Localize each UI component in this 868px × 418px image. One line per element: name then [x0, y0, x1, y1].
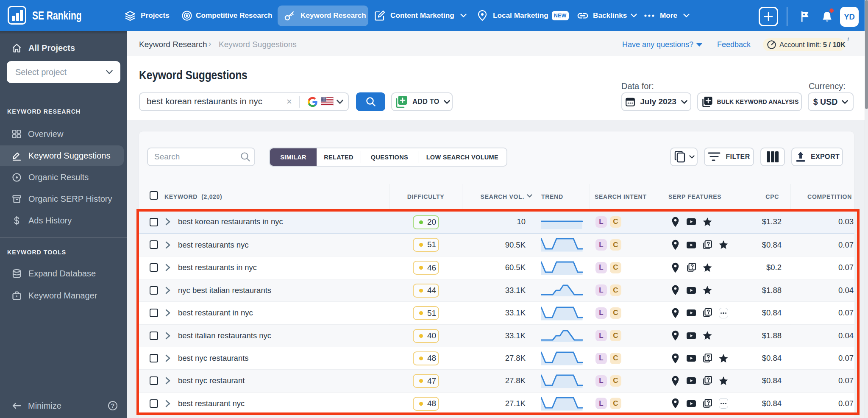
svg-text:?: ?: [111, 402, 115, 409]
